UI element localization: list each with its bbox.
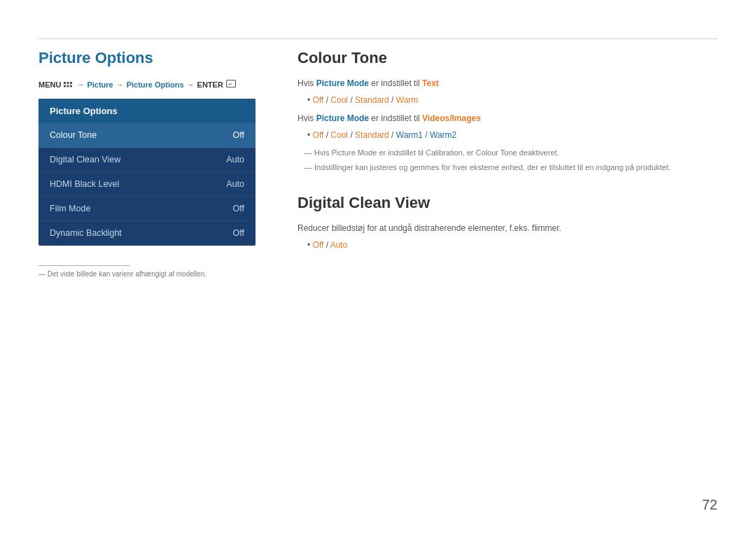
- colour-tone-note2: ― Indstillinger kan justeres og gemmes f…: [304, 162, 718, 174]
- picture-options-label: Picture Options: [127, 80, 184, 89]
- picture-mode-ref1: Picture Mode: [316, 78, 369, 88]
- colour-tone-label: Colour Tone: [50, 130, 97, 140]
- opt-warm1: Warm: [396, 95, 419, 105]
- opt-warm1b: Warm1: [396, 130, 423, 140]
- menu-item-dynamic-backlight[interactable]: Dynamic Backlight Off: [38, 221, 255, 246]
- arrow3: →: [187, 80, 195, 89]
- digital-clean-view-section: Digital Clean View Reducer billedstøj fo…: [298, 194, 718, 251]
- svg-rect-1: [67, 82, 69, 84]
- options-panel: Picture Options Colour Tone Off Digital …: [38, 99, 255, 246]
- dcv-opt-off: Off: [313, 240, 324, 250]
- top-border: [38, 38, 718, 39]
- colour-tone-bullet1: Off / Cool / Standard / Warm: [307, 94, 718, 106]
- dcv-opt-auto: Auto: [330, 240, 348, 250]
- opt-off1: Off: [313, 95, 324, 105]
- opt-warm2: Warm2: [430, 130, 456, 140]
- picture-mode-ref2: Picture Mode: [316, 113, 369, 123]
- menu-path: MENU → Picture → Picture Options →: [38, 80, 255, 89]
- colour-tone-note1: Hvis Picture Mode er indstillet til Cali…: [304, 147, 718, 159]
- svg-rect-3: [64, 85, 66, 87]
- colour-tone-ref: Colour Tone: [476, 148, 517, 157]
- page-number: 72: [702, 497, 718, 513]
- enter-label: ENTER: [197, 80, 223, 89]
- colour-tone-bullet2: Off / Cool / Standard / Warm1 / Warm2: [307, 129, 718, 141]
- picture-label: Picture: [87, 80, 113, 89]
- opt-cool2: Cool: [330, 130, 348, 140]
- colour-tone-section: Colour Tone Hvis Picture Mode er indstil…: [298, 49, 718, 173]
- arrow1: →: [76, 80, 84, 89]
- menu-grid-icon: [64, 81, 72, 87]
- right-column: Colour Tone Hvis Picture Mode er indstil…: [298, 49, 718, 278]
- svg-rect-5: [70, 85, 72, 87]
- digital-clean-view-desc: Reducer billedstøj for at undgå distrahe…: [298, 222, 718, 234]
- enter-icon: ↵: [226, 80, 236, 89]
- digital-clean-view-bullet: Off / Auto: [307, 239, 718, 251]
- opt-standard1: Standard: [355, 95, 389, 105]
- opt-cool1: Cool: [330, 95, 348, 105]
- svg-rect-4: [67, 85, 69, 87]
- film-mode-value: Off: [233, 204, 244, 213]
- dynamic-backlight-label: Dynamic Backlight: [50, 228, 122, 238]
- footnote-divider: [38, 265, 130, 266]
- film-mode-label: Film Mode: [50, 204, 90, 213]
- digital-clean-view-value: Auto: [226, 155, 244, 164]
- dynamic-backlight-value: Off: [233, 228, 244, 238]
- menu-item-hdmi-black-level[interactable]: HDMI Black Level Auto: [38, 172, 255, 197]
- hdmi-black-level-value: Auto: [226, 179, 244, 189]
- menu-item-film-mode[interactable]: Film Mode Off: [38, 197, 255, 221]
- colour-tone-value: Off: [233, 130, 244, 140]
- text-ref1: Text: [422, 78, 439, 88]
- calibration-ref: Calibration: [426, 148, 463, 157]
- page-title: Picture Options: [38, 49, 255, 67]
- arrow2: →: [116, 80, 124, 89]
- hdmi-black-level-label: HDMI Black Level: [50, 179, 119, 189]
- menu-label: MENU: [38, 80, 61, 89]
- menu-item-digital-clean-view[interactable]: Digital Clean View Auto: [38, 148, 255, 172]
- digital-clean-view-label: Digital Clean View: [50, 155, 120, 164]
- panel-header: Picture Options: [38, 99, 255, 123]
- opt-off2: Off: [313, 130, 324, 140]
- colour-tone-desc2: Hvis Picture Mode er indstillet til Vide…: [298, 112, 718, 125]
- opt-standard2: Standard: [355, 130, 389, 140]
- svg-rect-2: [70, 82, 72, 84]
- picture-mode-ref3: Picture Mode: [332, 148, 377, 157]
- svg-text:↵: ↵: [228, 82, 232, 87]
- page-container: Picture Options MENU → Picture →: [0, 0, 756, 534]
- videos-images-ref: Videos/Images: [422, 113, 481, 123]
- left-column: Picture Options MENU → Picture →: [38, 49, 255, 278]
- menu-item-colour-tone[interactable]: Colour Tone Off: [38, 123, 255, 148]
- digital-clean-view-title: Digital Clean View: [298, 194, 718, 212]
- svg-rect-0: [64, 82, 66, 84]
- footnote-text: ― Det viste billede kan variere afhængig…: [38, 270, 255, 278]
- content-area: Picture Options MENU → Picture →: [38, 49, 718, 278]
- colour-tone-title: Colour Tone: [298, 49, 718, 67]
- colour-tone-desc1: Hvis Picture Mode er indstillet til Text: [298, 77, 718, 90]
